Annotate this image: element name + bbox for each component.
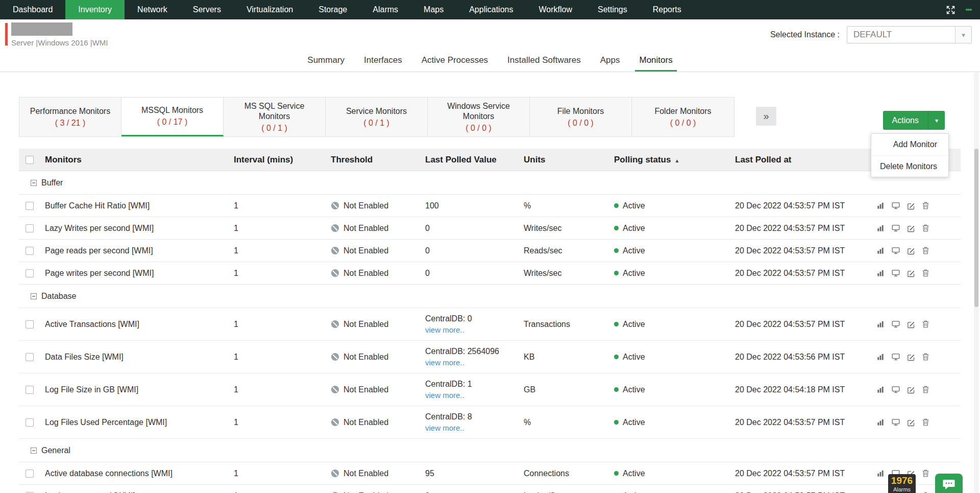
nav-item-virtualization[interactable]: Virtualization (234, 0, 306, 19)
alarm-count-badge[interactable]: 1976 Alarms (888, 474, 916, 493)
monitor-name-link[interactable]: Buffer Cache Hit Ratio [WMI] (41, 201, 230, 210)
delete-icon[interactable] (922, 269, 929, 277)
row-checkbox[interactable] (26, 202, 34, 210)
monitor-group-row[interactable]: Buffer (19, 171, 961, 195)
monitor-tab-service-monitors[interactable]: Service Monitors( 0 / 1 ) (326, 98, 428, 136)
monitor-name-link[interactable]: Log File Size in GB [WMI] (41, 385, 230, 394)
col-interval[interactable]: Interval (mins) (230, 155, 327, 165)
delete-icon[interactable] (922, 469, 929, 477)
monitor-tab-performance-monitors[interactable]: Performance Monitors( 3 / 21 ) (19, 98, 121, 136)
monitor-name-link[interactable]: Logins per second [WMI] (41, 491, 230, 493)
tab-installed-softwares[interactable]: Installed Softwares (507, 49, 581, 72)
edit-icon[interactable] (907, 247, 915, 255)
sort-ascending-icon[interactable]: ▲ (674, 158, 679, 163)
edit-icon[interactable] (907, 320, 915, 328)
monitor-tab-ms-sql-service-monitors[interactable]: MS SQL Service Monitors( 0 / 1 ) (224, 98, 326, 136)
nav-item-workflow[interactable]: Workflow (526, 0, 585, 19)
actions-button[interactable]: Actions ▾ (883, 111, 945, 130)
performance-chart-icon[interactable] (876, 418, 885, 426)
device-display-icon[interactable] (892, 202, 900, 209)
view-more-link[interactable]: view more.. (425, 424, 464, 432)
nav-item-network[interactable]: Network (125, 0, 180, 19)
actions-chevron-down-icon[interactable]: ▾ (928, 111, 945, 130)
row-checkbox[interactable] (26, 320, 34, 328)
menu-item-add-monitor[interactable]: Add Monitor (871, 134, 948, 155)
device-display-icon[interactable] (892, 418, 900, 426)
selected-instance-select[interactable]: DEFAULT ▾ (847, 26, 972, 43)
performance-chart-icon[interactable] (876, 247, 885, 254)
more-monitor-tabs-button[interactable]: » (756, 107, 776, 126)
row-checkbox[interactable] (26, 469, 34, 478)
performance-chart-icon[interactable] (876, 353, 885, 361)
performance-chart-icon[interactable] (876, 320, 885, 328)
tab-active-processes[interactable]: Active Processes (422, 49, 488, 72)
nav-item-dashboard[interactable]: Dashboard (0, 0, 65, 19)
delete-icon[interactable] (922, 320, 929, 328)
device-display-icon[interactable] (892, 269, 900, 277)
tab-monitors[interactable]: Monitors (639, 49, 672, 72)
menu-item-delete-monitors[interactable]: Delete Monitors (871, 155, 948, 177)
row-checkbox[interactable] (26, 386, 34, 394)
collapse-group-icon[interactable] (31, 448, 37, 454)
nav-item-applications[interactable]: Applications (456, 0, 526, 19)
vertical-scrollbar[interactable] (974, 72, 979, 493)
delete-icon[interactable] (922, 224, 929, 232)
device-display-icon[interactable] (892, 247, 900, 254)
row-checkbox[interactable] (26, 269, 34, 277)
select-all-checkbox[interactable] (26, 156, 34, 164)
monitor-name-link[interactable]: Page writes per second [WMI] (41, 269, 230, 278)
collapse-group-icon[interactable] (31, 180, 37, 186)
row-checkbox[interactable] (26, 247, 34, 255)
row-checkbox[interactable] (26, 224, 34, 232)
chat-support-button[interactable] (935, 474, 963, 493)
col-units[interactable]: Units (520, 155, 610, 165)
collapse-group-icon[interactable] (31, 293, 37, 299)
nav-item-inventory[interactable]: Inventory (65, 0, 125, 19)
nav-item-maps[interactable]: Maps (411, 0, 456, 19)
monitor-name-link[interactable]: Active database connections [WMI] (41, 469, 230, 478)
col-last-polled-at[interactable]: Last Polled at (731, 155, 870, 165)
delete-icon[interactable] (922, 418, 929, 426)
nav-item-servers[interactable]: Servers (180, 0, 234, 19)
monitor-tab-windows-service-monitors[interactable]: Windows Service Monitors( 0 / 0 ) (428, 98, 530, 136)
row-checkbox[interactable] (26, 353, 34, 361)
col-polling-status[interactable]: Polling status▲ (610, 155, 731, 165)
fullscreen-expand-icon[interactable] (946, 5, 955, 15)
edit-icon[interactable] (907, 386, 915, 394)
nav-item-reports[interactable]: Reports (640, 0, 694, 19)
edit-icon[interactable] (907, 418, 915, 427)
performance-chart-icon[interactable] (876, 224, 885, 232)
tab-summary[interactable]: Summary (307, 49, 345, 72)
col-last-polled-value[interactable]: Last Polled Value (421, 155, 520, 165)
tab-apps[interactable]: Apps (600, 49, 620, 72)
nav-item-settings[interactable]: Settings (585, 0, 640, 19)
performance-chart-icon[interactable] (876, 202, 885, 209)
monitor-group-row[interactable]: General (19, 439, 961, 462)
edit-icon[interactable] (907, 224, 915, 232)
view-more-link[interactable]: view more.. (425, 391, 464, 400)
edit-icon[interactable] (907, 353, 915, 361)
monitor-tab-mssql-monitors[interactable]: MSSQL Monitors( 0 / 17 ) (121, 98, 224, 136)
nav-item-alarms[interactable]: Alarms (360, 0, 411, 19)
delete-icon[interactable] (922, 202, 929, 209)
device-display-icon[interactable] (892, 386, 900, 393)
view-more-link[interactable]: view more.. (425, 325, 464, 334)
performance-chart-icon[interactable] (876, 269, 885, 277)
delete-icon[interactable] (922, 247, 929, 254)
device-display-icon[interactable] (892, 320, 900, 328)
monitor-name-link[interactable]: Page reads per second [WMI] (41, 246, 230, 255)
delete-icon[interactable] (922, 353, 929, 361)
monitor-tab-folder-monitors[interactable]: Folder Monitors( 0 / 0 ) (632, 98, 734, 136)
monitor-name-link[interactable]: Active Transactions [WMI] (41, 320, 230, 329)
monitor-tab-file-monitors[interactable]: File Monitors( 0 / 0 ) (530, 98, 632, 136)
edit-icon[interactable] (907, 269, 915, 277)
device-display-icon[interactable] (892, 224, 900, 232)
view-more-link[interactable]: view more.. (425, 358, 464, 367)
monitor-name-link[interactable]: Data Files Size [WMI] (41, 353, 230, 362)
monitor-group-row[interactable]: Database (19, 285, 961, 308)
delete-icon[interactable] (922, 386, 929, 393)
kebab-menu-icon[interactable] (966, 8, 972, 12)
monitor-name-link[interactable]: Log Files Used Percentage [WMI] (41, 418, 230, 427)
scrollbar-thumb[interactable] (974, 149, 978, 307)
performance-chart-icon[interactable] (876, 469, 885, 477)
